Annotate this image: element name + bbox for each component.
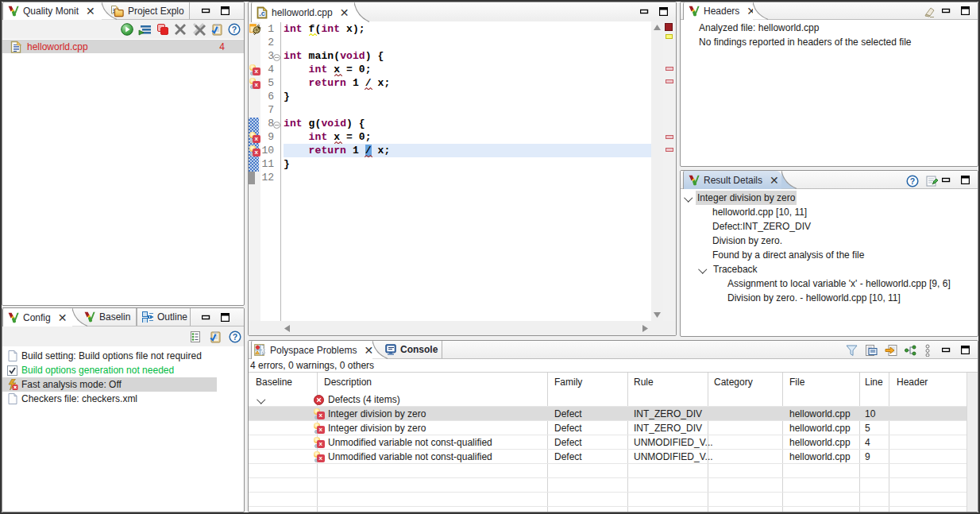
svg-text:?: ? — [233, 332, 237, 342]
svg-text:?: ? — [232, 25, 237, 34]
svg-text:?: ? — [910, 176, 915, 186]
svg-text:.c: .c — [259, 10, 265, 17]
